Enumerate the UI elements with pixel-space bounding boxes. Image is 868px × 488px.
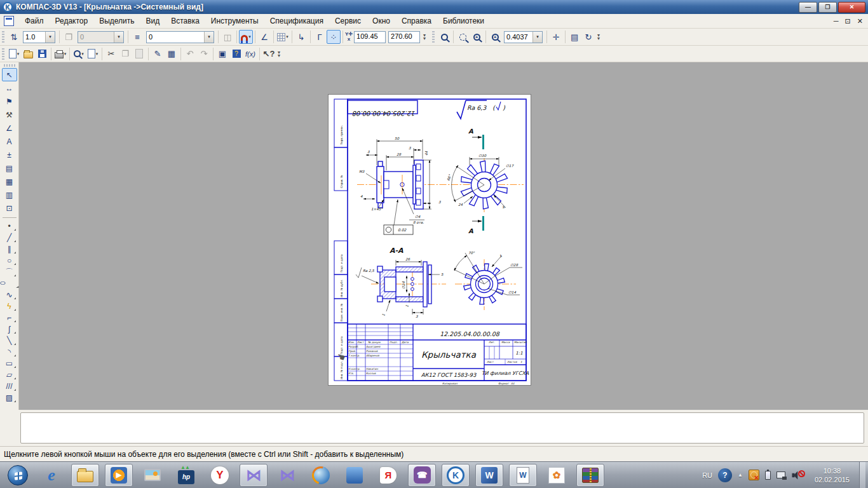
svg-text:3[interactable]: 3 [367, 150, 370, 154]
menu-item[interactable]: Сервис [329, 15, 367, 27]
copy-properties-icon[interactable]: ❐ [62, 30, 76, 44]
hatch-fill-tool[interactable]: ▨ [2, 392, 17, 403]
zoom-frame-icon[interactable] [456, 30, 470, 44]
svg-text:∅17[interactable]: ∅17 [506, 164, 514, 168]
menu-item[interactable]: Вид [140, 15, 166, 27]
angle-snap-icon[interactable]: ∠ [257, 30, 271, 44]
svg-text:∅30[interactable]: ∅30 [478, 154, 486, 158]
svg-text:70°[interactable]: 70° [468, 251, 475, 255]
svg-text:44[interactable]: 44 [424, 151, 428, 156]
coord-y-field[interactable]: 270.60 [388, 31, 420, 43]
zoom-in-icon[interactable]: + [470, 30, 484, 44]
local-cs-icon[interactable]: ↳ [294, 30, 308, 44]
parameterization-panel-button[interactable]: ∠ [2, 121, 17, 135]
copy-format-icon[interactable]: ✎ [151, 47, 165, 61]
menu-item[interactable]: Выделить [93, 15, 140, 27]
designations-panel-button[interactable]: ⚑ [2, 95, 17, 108]
parallel-line-tool[interactable]: ∥ [2, 243, 17, 255]
measure-panel-button[interactable]: A [2, 135, 17, 148]
fillet-tool[interactable]: ◝ [2, 346, 17, 358]
menu-item[interactable]: Вставка [165, 15, 205, 27]
svg-text:3[interactable]: 3 [416, 315, 418, 318]
firefox-icon[interactable] [307, 464, 335, 487]
svg-text:28[interactable]: 28 [397, 152, 402, 156]
svg-text:АК12 ГОСТ 1583-93[interactable]: АК12 ГОСТ 1583-93 [421, 372, 477, 378]
save-icon[interactable] [35, 47, 49, 61]
redo-icon[interactable]: ↷ [197, 47, 211, 61]
svg-text:50[interactable]: 50 [395, 137, 400, 140]
kmplayer2-icon[interactable]: ⋈ [273, 464, 301, 487]
start-button[interactable] [4, 464, 32, 487]
info-tray-icon[interactable]: ? [718, 468, 732, 482]
hp-icon[interactable]: hp [172, 464, 200, 487]
svg-text:4[interactable]: 4 [360, 194, 363, 198]
insert-panel-button[interactable]: ⊡ [2, 201, 17, 215]
cut-icon[interactable]: ✂ [104, 47, 118, 61]
show-desktop-button[interactable] [859, 462, 865, 488]
reports-panel-button[interactable]: ▥ [2, 188, 17, 201]
arc-tool[interactable]: ⌒ [2, 266, 17, 278]
ortho-icon[interactable]: Γ [313, 30, 327, 44]
toolbar-grip[interactable] [2, 48, 4, 60]
insert-document-icon[interactable]: ▾ [86, 47, 100, 61]
toolbar-overflow[interactable]: ▾▾ [278, 51, 283, 57]
spec-panel-button[interactable]: ▤ [2, 161, 17, 175]
volume-app-icon[interactable] [341, 464, 369, 487]
polygon-tool[interactable]: ▱ [2, 369, 17, 381]
coord-x-field[interactable]: 109.45 [354, 31, 386, 43]
kmplayer-icon[interactable]: ⋈ [240, 464, 268, 487]
chevron-down-icon[interactable]: ▾ [45, 32, 55, 43]
snap-magnet-icon[interactable]: ▾ [239, 30, 253, 44]
battery-icon[interactable] [765, 471, 771, 480]
ellipse-tool[interactable]: ○ [0, 278, 20, 289]
rectangle-tool[interactable]: ▭ [2, 358, 17, 369]
restore-button[interactable]: ❐ [818, 2, 837, 13]
grid-icon[interactable]: ▾ [276, 30, 290, 44]
cursor-step-icon[interactable]: ⇅ [7, 30, 21, 44]
svg-text:3[interactable]: 3 [438, 200, 441, 204]
menu-item[interactable]: Справка [396, 15, 437, 27]
menu-item[interactable]: Спецификация [264, 15, 329, 27]
print-preview-icon[interactable]: ▾ [72, 47, 86, 61]
muted-speaker-icon[interactable] [791, 470, 805, 480]
svg-text:∅28[interactable]: ∅28 [510, 263, 518, 267]
pan-icon[interactable]: ✛ [549, 30, 563, 44]
page-layout-icon[interactable]: ▤ [567, 30, 581, 44]
svg-text:ТИ филиал УГСХА[interactable]: ТИ филиал УГСХА [482, 370, 529, 376]
editing-panel-button[interactable]: ⚒ [2, 108, 17, 121]
zoom-all-icon[interactable] [437, 30, 451, 44]
hidden-icons-caret[interactable]: ▲ [738, 472, 743, 478]
yandex-icon[interactable]: Я [374, 464, 402, 487]
menu-item[interactable]: Библиотеки [437, 15, 490, 27]
wordpad-icon[interactable]: W [509, 464, 537, 487]
toolbar-overflow[interactable]: ▾▾ [597, 34, 602, 40]
layer-combo[interactable]: 0▾ [146, 31, 214, 43]
tolerance-frame[interactable]: 0.02 [384, 225, 413, 234]
zoom-scale-combo[interactable]: 0.4037▾ [504, 31, 543, 43]
svg-text:1:1[interactable]: 1:1 [515, 351, 522, 356]
property-panel[interactable] [20, 412, 864, 444]
kompas-app-icon[interactable]: K [3, 2, 13, 12]
svg-text:8 отв.[interactable]: 8 отв. [413, 220, 424, 224]
chamfer-tool[interactable]: ╲ [2, 335, 17, 346]
copy-icon[interactable]: ❐ [118, 47, 132, 61]
undo-icon[interactable]: ↶ [183, 47, 197, 61]
language-indicator[interactable]: RU [702, 471, 712, 479]
select-panel-button[interactable]: ± [2, 148, 17, 161]
media-player-icon[interactable]: ▶ [105, 464, 133, 487]
polyline-tool[interactable]: ⌐ [2, 312, 17, 323]
menu-item[interactable]: Файл [19, 15, 50, 27]
rounding-icon[interactable]: ⁘ [327, 30, 341, 44]
update-blocked-icon[interactable] [749, 470, 759, 480]
svg-text:∅4[interactable]: ∅4 [415, 215, 421, 219]
kompas-icon[interactable]: K [442, 464, 470, 487]
variables-window-icon[interactable]: ▣ [215, 47, 229, 61]
fx-variables-icon[interactable]: f(x) [243, 47, 257, 61]
chevron-down-icon[interactable]: ▾ [532, 32, 542, 43]
print-icon[interactable]: ▾ [53, 47, 67, 61]
reference-icon[interactable]: ? [229, 47, 243, 61]
winrar-icon[interactable] [576, 464, 604, 487]
segment-tool[interactable]: ╱ [2, 232, 17, 243]
selection-panel-button[interactable]: ↖ [2, 68, 17, 81]
zoom-out-icon[interactable]: + [488, 30, 502, 44]
